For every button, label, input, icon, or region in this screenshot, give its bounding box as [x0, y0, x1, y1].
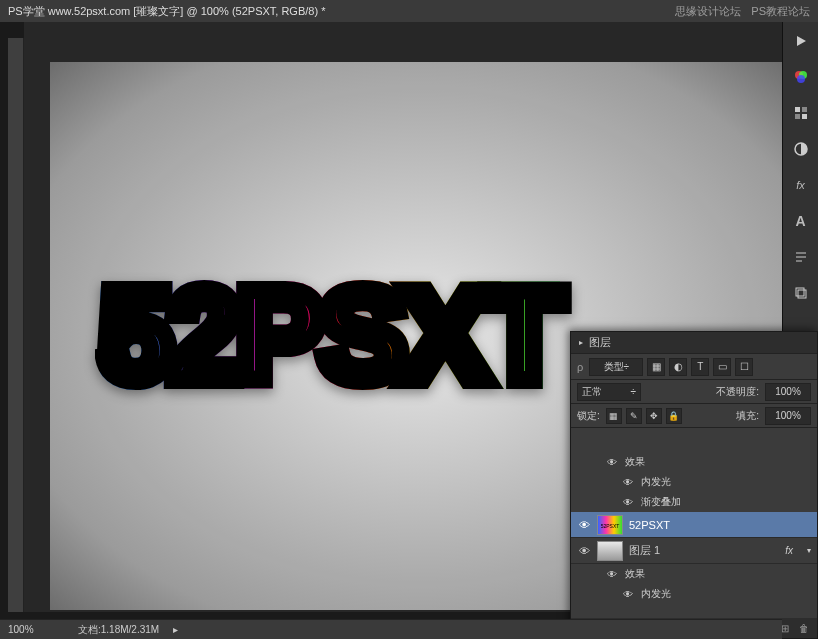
fill-label: 填充:	[736, 409, 759, 423]
svg-rect-5	[802, 107, 807, 112]
adjustments-icon[interactable]	[790, 138, 812, 160]
fill-input[interactable]: 100%	[765, 407, 811, 425]
layers-icon[interactable]	[790, 282, 812, 304]
layer-background[interactable]: 👁 图层 1 fx ▾	[571, 538, 817, 564]
visibility-toggle[interactable]: 👁	[577, 545, 591, 557]
status-bar: 100% 文档:1.18M/2.31M ▸	[0, 619, 782, 639]
filter-type-dropdown[interactable]: 类型 ÷	[589, 358, 643, 376]
effect-inner-glow-2[interactable]: 👁 内发光	[571, 584, 817, 604]
swatches-icon[interactable]	[790, 102, 812, 124]
search-icon[interactable]: ρ	[577, 361, 583, 373]
chevron-right-icon: ▸	[579, 338, 583, 347]
visibility-toggle[interactable]: 👁	[577, 519, 591, 531]
filter-adjust-icon[interactable]: ◐	[669, 358, 687, 376]
zoom-level[interactable]: 100%	[8, 624, 64, 635]
delete-layer-button[interactable]: 🗑	[799, 623, 809, 634]
svg-rect-13	[798, 290, 806, 298]
artwork-text: 52PSXT	[100, 260, 560, 410]
text-a-icon[interactable]: A	[790, 210, 812, 232]
lock-transparent-icon[interactable]: ▦	[606, 408, 622, 424]
lock-pixels-icon[interactable]: ✎	[626, 408, 642, 424]
layer-thumbnail[interactable]: 52PSXT	[597, 515, 623, 535]
svg-point-3	[797, 75, 805, 83]
opacity-label: 不透明度:	[716, 385, 759, 399]
svg-rect-6	[795, 114, 800, 119]
effect-inner-glow[interactable]: 👁 内发光	[571, 472, 817, 492]
filter-smart-icon[interactable]: ☐	[735, 358, 753, 376]
filter-text-icon[interactable]: T	[691, 358, 709, 376]
title-bar: PS学堂 www.52psxt.com [璀璨文字] @ 100% (52PSX…	[0, 0, 818, 22]
blend-row: 正常÷ 不透明度: 100%	[571, 380, 817, 404]
effect-header-2[interactable]: 👁 效果	[571, 564, 817, 584]
layers-panel: ▸ 图层 ρ 类型 ÷ ▦ ◐ T ▭ ☐ 正常÷ 不透明度: 100% 锁定:…	[570, 331, 818, 639]
effect-header[interactable]: 👁 效果	[571, 452, 817, 472]
new-layer-button[interactable]: ⊞	[781, 623, 789, 634]
opacity-input[interactable]: 100%	[765, 383, 811, 401]
svg-rect-12	[796, 288, 804, 296]
layer-filter-row: ρ 类型 ÷ ▦ ◐ T ▭ ☐	[571, 354, 817, 380]
panel-header[interactable]: ▸ 图层	[571, 332, 817, 354]
filter-shape-icon[interactable]: ▭	[713, 358, 731, 376]
visibility-toggle[interactable]: 👁	[605, 457, 619, 468]
layer-list: 👁 效果 👁 内发光 👁 渐变叠加 👁 52PSXT 52PSXT 👁 图层 1…	[571, 452, 817, 618]
lock-row: 锁定: ▦ ✎ ✥ 🔒 填充: 100%	[571, 404, 817, 428]
document-title: PS学堂 www.52psxt.com [璀璨文字] @ 100% (52PSX…	[8, 4, 325, 19]
rgb-icon[interactable]	[790, 66, 812, 88]
visibility-toggle[interactable]: 👁	[621, 589, 635, 600]
blend-mode-select[interactable]: 正常÷	[577, 383, 641, 401]
svg-marker-0	[797, 36, 806, 46]
visibility-toggle[interactable]: 👁	[621, 497, 635, 508]
svg-rect-4	[795, 107, 800, 112]
status-chevron-icon[interactable]: ▸	[173, 624, 178, 635]
lock-position-icon[interactable]: ✥	[646, 408, 662, 424]
layer-thumbnail[interactable]	[597, 541, 623, 561]
paragraph-icon[interactable]	[790, 246, 812, 268]
svg-rect-7	[802, 114, 807, 119]
fx-badge[interactable]: fx	[785, 545, 793, 556]
lock-all-icon[interactable]: 🔒	[666, 408, 682, 424]
ruler-vertical[interactable]	[8, 38, 24, 612]
lock-label: 锁定:	[577, 409, 600, 423]
effect-gradient-overlay[interactable]: 👁 渐变叠加	[571, 492, 817, 512]
layer-52psxt[interactable]: 👁 52PSXT 52PSXT	[571, 512, 817, 538]
watermark: 思缘设计论坛 PS教程论坛	[675, 4, 810, 19]
doc-size-label: 文档:1.18M/2.31M	[78, 623, 159, 637]
play-icon[interactable]	[790, 30, 812, 52]
visibility-toggle[interactable]: 👁	[605, 569, 619, 580]
panel-title: 图层	[589, 335, 611, 350]
visibility-toggle[interactable]: 👁	[621, 477, 635, 488]
chevron-down-icon[interactable]: ▾	[807, 546, 811, 555]
filter-pixel-icon[interactable]: ▦	[647, 358, 665, 376]
styles-icon[interactable]: fx	[790, 174, 812, 196]
